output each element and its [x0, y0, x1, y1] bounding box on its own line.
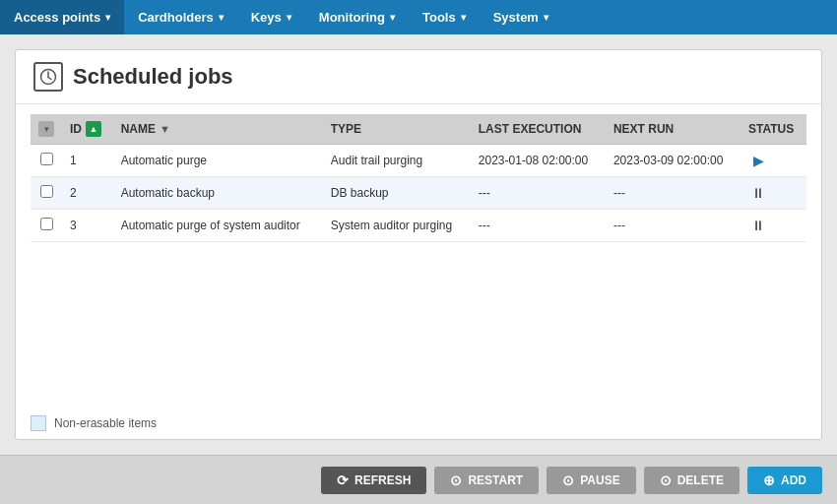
pause-status-icon: ⏸ — [748, 183, 768, 203]
legend-area: Non-erasable items — [16, 408, 821, 439]
delete-button[interactable]: ⊙ DELETE — [644, 467, 740, 494]
row-type: System auditor purging — [323, 210, 471, 242]
row-name: Automatic purge of system auditor — [113, 210, 323, 242]
sort-asc-id-button[interactable]: ▲ — [86, 121, 101, 137]
scheduled-jobs-table: ▾ ID ▲ NAME ▼ — [31, 114, 806, 242]
th-status: STATUS — [740, 114, 806, 145]
th-id-label: ID — [70, 122, 82, 136]
nav-label-monitoring: Monitoring — [319, 10, 385, 25]
row-checkbox[interactable] — [40, 153, 53, 165]
row-next-run: --- — [606, 210, 740, 242]
row-last-execution: 2023-01-08 02:00:00 — [471, 145, 606, 177]
legend-label: Non-erasable items — [54, 416, 157, 430]
row-type: Audit trail purging — [323, 145, 471, 177]
row-checkbox-cell — [31, 177, 62, 210]
th-next-run-label: NEXT RUN — [613, 122, 674, 136]
refresh-button[interactable]: ⟳ REFRESH — [321, 467, 426, 494]
restart-button[interactable]: ⊙ RESTART — [434, 467, 539, 494]
table-row: 3Automatic purge of system auditorSystem… — [31, 210, 806, 242]
nav-label-cardholders: Cardholders — [138, 10, 214, 25]
table-area: ▾ ID ▲ NAME ▼ — [16, 104, 821, 408]
row-name: Automatic backup — [113, 177, 323, 210]
th-last-execution-label: LAST EXECUTION — [479, 122, 582, 136]
row-id: 3 — [62, 210, 113, 242]
delete-icon: ⊙ — [660, 472, 672, 488]
row-checkbox[interactable] — [40, 218, 53, 230]
add-label: ADD — [781, 473, 806, 487]
nav-chevron-keys: ▾ — [287, 12, 291, 23]
row-checkbox-cell — [31, 145, 62, 177]
refresh-icon: ⟳ — [337, 472, 349, 488]
nav-label-system: System — [493, 10, 539, 25]
th-type: TYPE — [323, 114, 471, 145]
nav-item-system[interactable]: System ▾ — [480, 0, 562, 34]
nav-chevron-cardholders: ▾ — [219, 12, 224, 23]
row-last-execution: --- — [471, 177, 606, 210]
th-last-execution: LAST EXECUTION — [471, 114, 606, 145]
page-card: Scheduled jobs ▾ ID ▲ — [15, 49, 822, 440]
th-next-run: NEXT RUN — [606, 114, 740, 145]
pause-icon: ⊙ — [562, 472, 574, 488]
delete-label: DELETE — [677, 473, 724, 487]
table-row: 1Automatic purgeAudit trail purging2023-… — [31, 145, 806, 177]
nav-chevron-tools: ▾ — [461, 12, 466, 23]
table-header-row: ▾ ID ▲ NAME ▼ — [31, 114, 806, 145]
row-last-execution: --- — [471, 210, 606, 242]
add-button[interactable]: ⊕ ADD — [747, 467, 822, 494]
play-icon: ▶ — [748, 151, 768, 170]
nav-item-tools[interactable]: Tools ▾ — [409, 0, 480, 34]
page-header: Scheduled jobs — [16, 50, 821, 104]
nav-chevron-monitoring: ▾ — [390, 12, 395, 23]
restart-label: RESTART — [468, 473, 523, 487]
row-status: ▶ — [740, 145, 806, 177]
row-next-run: --- — [606, 177, 740, 210]
row-id: 1 — [62, 145, 113, 177]
legend-color-box — [31, 415, 46, 431]
row-checkbox-cell — [31, 210, 62, 242]
nav-label-keys: Keys — [251, 10, 282, 25]
nav-chevron-access-points: ▾ — [105, 12, 110, 23]
page-title: Scheduled jobs — [73, 64, 233, 90]
table-row: 2Automatic backupDB backup------⏸ — [31, 177, 806, 210]
sort-down-icon[interactable]: ▾ — [38, 121, 54, 137]
nav-label-tools: Tools — [422, 10, 456, 25]
nav-item-cardholders[interactable]: Cardholders ▾ — [124, 0, 237, 34]
pause-button[interactable]: ⊙ PAUSE — [547, 467, 635, 494]
row-id: 2 — [62, 177, 113, 210]
nav-label-access-points: Access points — [14, 10, 100, 25]
th-name-label: NAME — [121, 122, 156, 136]
row-status: ⏸ — [740, 210, 806, 242]
restart-icon: ⊙ — [450, 472, 462, 488]
filter-name-icon[interactable]: ▼ — [160, 123, 170, 135]
scheduled-jobs-icon — [33, 62, 63, 92]
row-checkbox[interactable] — [40, 185, 53, 198]
row-next-run: 2023-03-09 02:00:00 — [606, 145, 740, 177]
row-name: Automatic purge — [113, 145, 323, 177]
table-body: 1Automatic purgeAudit trail purging2023-… — [31, 145, 806, 242]
th-checkbox: ▾ — [31, 114, 62, 145]
nav-item-keys[interactable]: Keys ▾ — [237, 0, 305, 34]
refresh-label: REFRESH — [354, 473, 411, 487]
nav-item-access-points[interactable]: Access points ▾ — [0, 0, 124, 34]
navbar: Access points ▾ Cardholders ▾ Keys ▾ Mon… — [0, 0, 837, 34]
row-type: DB backup — [323, 177, 471, 210]
th-type-label: TYPE — [331, 122, 361, 136]
nav-item-monitoring[interactable]: Monitoring ▾ — [305, 0, 409, 34]
main-content: Scheduled jobs ▾ ID ▲ — [0, 34, 837, 455]
th-name: NAME ▼ — [113, 114, 323, 145]
pause-status-icon: ⏸ — [748, 216, 768, 235]
row-status: ⏸ — [740, 177, 806, 210]
nav-chevron-system: ▾ — [544, 12, 548, 23]
bottom-toolbar: ⟳ REFRESH ⊙ RESTART ⊙ PAUSE ⊙ DELETE ⊕ A… — [0, 455, 837, 504]
th-status-label: STATUS — [748, 122, 794, 136]
svg-line-2 — [48, 78, 51, 80]
add-icon: ⊕ — [763, 472, 775, 488]
th-id: ID ▲ — [62, 114, 113, 145]
pause-label: PAUSE — [580, 473, 619, 487]
